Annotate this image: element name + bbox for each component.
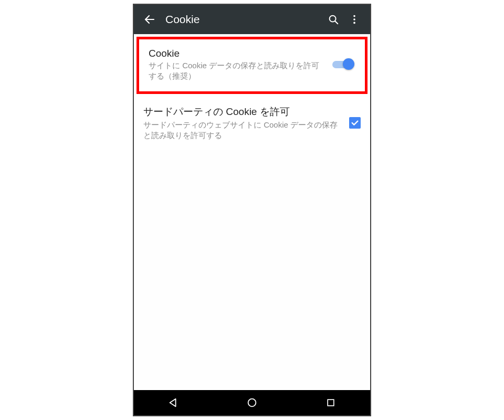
thirdparty-setting-text: サードパーティの Cookie を許可 サードパーティのウェブサイトに Cook… bbox=[143, 105, 344, 141]
back-button[interactable] bbox=[139, 9, 160, 30]
search-button[interactable] bbox=[323, 9, 344, 30]
toggle-thumb bbox=[343, 58, 354, 70]
cookie-setting-text: Cookie サイトに Cookie データの保存と読み取りを許可する（推奨） bbox=[149, 48, 327, 82]
svg-marker-6 bbox=[170, 399, 176, 407]
search-icon bbox=[328, 14, 339, 25]
svg-point-5 bbox=[353, 22, 355, 24]
cookie-setting-title: Cookie bbox=[149, 48, 327, 59]
thirdparty-setting-title: サードパーティの Cookie を許可 bbox=[143, 105, 344, 119]
overflow-menu-button[interactable] bbox=[344, 9, 365, 30]
nav-back-button[interactable] bbox=[158, 390, 189, 415]
svg-point-4 bbox=[353, 18, 355, 20]
arrow-left-icon bbox=[143, 13, 156, 26]
appbar-title: Cookie bbox=[160, 13, 323, 26]
more-vert-icon bbox=[349, 14, 360, 25]
square-recent-icon bbox=[326, 397, 336, 408]
cookie-setting-desc: サイトに Cookie データの保存と読み取りを許可する（推奨） bbox=[149, 60, 327, 82]
circle-home-icon bbox=[246, 397, 258, 408]
svg-point-3 bbox=[353, 15, 355, 17]
thirdparty-cookie-row[interactable]: サードパーティの Cookie を許可 サードパーティのウェブサイトに Cook… bbox=[134, 97, 370, 151]
settings-list: Cookie サイトに Cookie データの保存と読み取りを許可する（推奨） … bbox=[134, 34, 370, 390]
app-bar: Cookie bbox=[134, 5, 370, 34]
svg-line-2 bbox=[335, 21, 338, 24]
cookie-toggle[interactable] bbox=[332, 58, 355, 71]
nav-recent-button[interactable] bbox=[315, 390, 346, 415]
phone-frame: Cookie Cookie サイトに Cookie データの保存と読み取りを許可… bbox=[133, 4, 371, 416]
android-nav-bar bbox=[134, 390, 370, 415]
nav-home-button[interactable] bbox=[236, 390, 268, 415]
cookie-setting-row[interactable]: Cookie サイトに Cookie データの保存と読み取りを許可する（推奨） bbox=[136, 37, 368, 94]
thirdparty-setting-desc: サードパーティのウェブサイトに Cookie データの保存と読み取りを許可する bbox=[143, 120, 344, 141]
svg-point-7 bbox=[248, 399, 256, 407]
triangle-back-icon bbox=[167, 397, 179, 408]
thirdparty-checkbox[interactable] bbox=[349, 117, 361, 129]
check-icon bbox=[351, 119, 359, 127]
svg-rect-8 bbox=[328, 400, 334, 406]
